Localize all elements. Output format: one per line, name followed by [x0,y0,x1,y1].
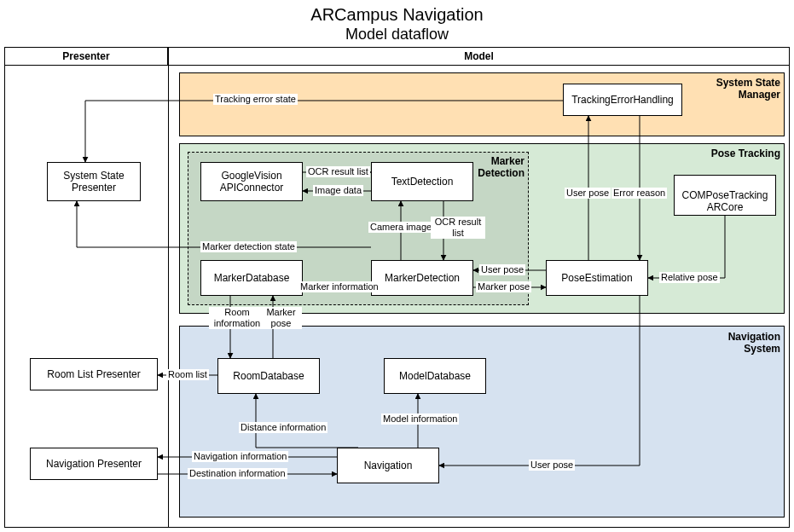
edge-user-pose-right: User pose [529,460,575,471]
edge-marker-pose-down: Markerpose [260,307,302,329]
box-room-database: RoomDatabase [217,358,320,394]
edge-marker-detection-state: Marker detection state [200,241,297,252]
region-label-pose-tracking: Pose Tracking [699,147,780,159]
lane-divider [168,47,169,528]
box-system-state-presenter: System StatePresenter [47,162,141,201]
edge-camera-image: Camera image [368,222,433,233]
diagram: ARCampus Navigation Model dataflow Prese… [0,0,794,532]
edge-model-information: Model information [381,413,459,425]
box-com-pose-tracking: COMPoseTracking ARCore [674,175,776,216]
edge-ocr-result-list-2: OCR resultlist [431,217,485,239]
box-tracking-error-handling: TrackingErrorHandling [563,84,682,116]
region-label-marker-detection: MarkerDetection [473,155,525,179]
edge-marker-pose-right: Marker pose [476,281,531,292]
box-room-list-presenter: Room List Presenter [30,358,158,390]
box-marker-detection: MarkerDetection [371,260,473,296]
edge-user-pose-left: User pose [479,264,525,275]
box-marker-database: MarkerDatabase [200,260,303,296]
edge-room-information: Roominformation [209,307,265,329]
box-navigation: Navigation [337,448,439,483]
edge-marker-information: Marker information [298,281,380,292]
box-navigation-presenter: Navigation Presenter [30,448,158,480]
diagram-title: ARCampus Navigation [0,5,794,25]
edge-image-data: Image data [313,185,363,196]
box-google-vision: GoogleVisionAPIConnector [200,162,303,201]
region-label-navigation-system: NavigationSystem [699,331,780,355]
edge-distance-information: Distance information [239,422,327,433]
diagram-subtitle: Model dataflow [0,26,794,43]
box-model-database: ModelDatabase [384,358,486,394]
lane-header-model: Model [168,47,790,66]
edge-tracking-error-state: Tracking error state [213,94,298,105]
edge-destination-information: Destination information [188,468,287,479]
edge-navigation-information: Navigation information [192,451,288,462]
edge-room-list: Room list [166,369,209,380]
edge-ocr-result-list: OCR result list [306,166,370,177]
edge-user-pose-up: User pose [565,188,611,199]
box-pose-estimation: PoseEstimation [546,260,648,296]
region-label-system-state-manager: System StateManager [682,77,780,101]
edge-error-reason: Error reason [611,188,667,199]
box-text-detection: TextDetection [371,162,473,201]
lane-header-presenter: Presenter [4,47,168,66]
edge-relative-pose: Relative pose [659,272,720,283]
